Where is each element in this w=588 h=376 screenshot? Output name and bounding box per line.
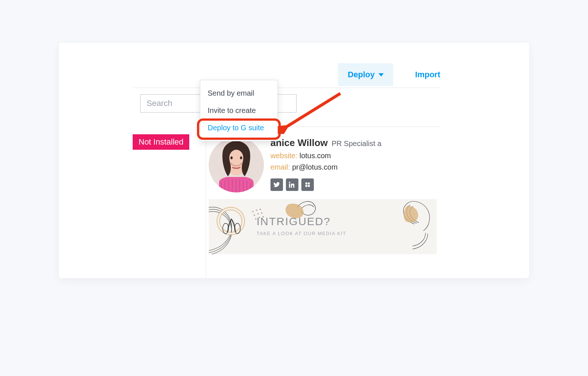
app-card: Deploy Import Not Installed xyxy=(59,43,529,278)
svg-point-23 xyxy=(256,209,257,211)
deploy-label: Deploy xyxy=(348,70,374,79)
signature-website-line: website: lotus.com xyxy=(270,152,440,160)
svg-point-22 xyxy=(252,211,254,212)
website-label: website: xyxy=(270,152,297,160)
avatar xyxy=(209,137,264,192)
svg-rect-13 xyxy=(305,182,307,184)
deploy-button[interactable]: Deploy xyxy=(338,63,393,86)
website-value: lotus.com xyxy=(300,152,331,160)
svg-point-11 xyxy=(230,156,233,159)
svg-rect-14 xyxy=(308,182,310,184)
signature-title: PR Specialist a xyxy=(331,139,381,148)
banner[interactable]: INTRIGUED? TAKE A LOOK AT OUR MEDIA KIT xyxy=(209,199,437,254)
avatar-image xyxy=(209,137,264,192)
svg-point-12 xyxy=(240,156,242,159)
svg-rect-15 xyxy=(305,185,307,187)
linkedin-icon[interactable] xyxy=(286,178,298,191)
status-badge: Not Installed xyxy=(133,134,189,150)
svg-point-25 xyxy=(254,214,255,216)
header-divider xyxy=(133,88,440,88)
import-button[interactable]: Import xyxy=(415,70,440,79)
signature-preview: anice Willow PR Specialist a website: lo… xyxy=(206,127,440,278)
dropdown-item-invite[interactable]: Invite to create xyxy=(200,102,277,119)
banner-title: INTRIGUED? xyxy=(257,215,346,228)
signature-text-block: anice Willow PR Specialist a website: lo… xyxy=(270,137,440,171)
twitter-icon[interactable] xyxy=(270,178,283,191)
signature-name: anice Willow xyxy=(270,137,328,148)
dropdown-item-send-email[interactable]: Send by email xyxy=(200,85,277,102)
svg-point-27 xyxy=(261,212,262,214)
email-label: email: xyxy=(270,163,290,171)
banner-subtitle: TAKE A LOOK AT OUR MEDIA KIT xyxy=(257,231,346,236)
chevron-down-icon xyxy=(379,73,384,77)
social-icons xyxy=(270,178,314,191)
dropdown-item-deploy-gsuite[interactable]: Deploy to G suite xyxy=(200,119,277,136)
deploy-dropdown: Send by email Invite to create Deploy to… xyxy=(200,80,278,141)
svg-point-26 xyxy=(257,213,259,214)
google-icon[interactable] xyxy=(301,178,314,191)
svg-point-24 xyxy=(259,209,261,210)
email-value: pr@lotus.com xyxy=(292,163,338,171)
toolbar: Deploy Import xyxy=(338,63,440,86)
svg-rect-16 xyxy=(308,185,310,187)
banner-text: INTRIGUED? TAKE A LOOK AT OUR MEDIA KIT xyxy=(257,215,346,236)
signature-email-line: email: pr@lotus.com xyxy=(270,163,440,171)
